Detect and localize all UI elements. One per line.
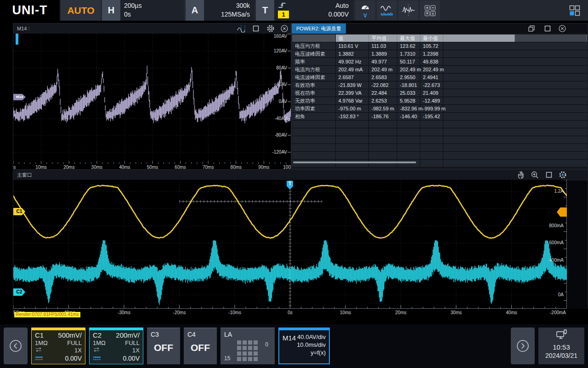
power-table-row[interactable]: 无效功率4.9768 Var2.62535.9528-12.489 <box>292 97 587 105</box>
la-name: LA <box>224 331 232 338</box>
c1-coupling-icon <box>35 347 42 354</box>
main-window: 主窗口 1.2A800mA600mA400mA0A T C1 C2 -50ms-… <box>13 169 588 317</box>
main-x-axis-labels: -50ms-40ms-30ms-20ms-10ms0s10ms20ms30ms4… <box>13 309 588 318</box>
maximize-icon[interactable] <box>252 24 261 33</box>
channel-c1-box[interactable]: C1 500mV/ 1MΩ FULL 1X 0.00V <box>31 328 85 364</box>
axis-label: 40AV <box>276 82 287 87</box>
horizontal-settings[interactable]: H 200µs 0s <box>102 0 184 21</box>
dvm-button[interactable]: V <box>355 0 375 20</box>
close-icon[interactable] <box>280 24 289 33</box>
m14-left-level-bar[interactable] <box>16 34 18 45</box>
axis-label: 1.2A <box>554 189 564 194</box>
c2-offset: 0.00V <box>123 355 140 362</box>
acquire-depth: 300k <box>208 1 250 10</box>
la-bit-grid <box>237 340 258 361</box>
power-table-empty-row[interactable] <box>292 136 587 144</box>
scroll-left-button[interactable] <box>4 328 28 364</box>
c2-impedance: 1MΩ <box>93 339 106 347</box>
c2-bandwidth: FULL <box>125 339 140 347</box>
logic-analyzer-box[interactable]: LA 0 15 <box>220 328 275 364</box>
system-clock-box[interactable]: 10:53 2024/03/21 <box>538 328 584 364</box>
power-table-row[interactable]: 频率49.902 Hz49.97750.11749.838 <box>292 58 587 66</box>
m14-window-header[interactable]: M14 : <box>13 23 291 34</box>
trigger-key: T <box>256 0 274 21</box>
axis-label: 0AV <box>279 99 287 104</box>
axis-label: 160AV <box>274 34 287 39</box>
display-layout-button[interactable] <box>565 0 584 20</box>
power-table-row[interactable]: 相角-192.83 °-186.76-146.40-195.42 <box>292 113 587 121</box>
main-window-header[interactable]: 主窗口 <box>13 170 588 180</box>
chevron-left-icon <box>9 339 23 353</box>
axis-label: -80AV <box>275 132 287 138</box>
close-icon[interactable] <box>558 24 567 33</box>
m14-function: y=f(x) <box>297 349 326 356</box>
c1-bw-icon <box>35 355 43 362</box>
run-mode-button[interactable]: AUTO <box>61 0 101 21</box>
horizontal-offset: 0s <box>124 10 179 19</box>
axis-label: -40AV <box>275 116 287 121</box>
brand-logo: UNI-T <box>0 0 60 21</box>
bottom-channel-bar: C1 500mV/ 1MΩ FULL 1X 0.00V C2 200mV/ <box>0 324 588 368</box>
acquire-key: A <box>186 0 204 21</box>
power-table-empty-row[interactable] <box>292 128 587 136</box>
channel-c2-box[interactable]: C2 200mV/ 1MΩ FULL 1X 0.00V <box>89 328 143 364</box>
power-table-empty-row[interactable] <box>292 121 587 128</box>
power-table-empty-row[interactable] <box>292 160 587 167</box>
c1-bandwidth: FULL <box>67 339 82 347</box>
power-table-empty-row[interactable] <box>292 144 587 152</box>
power-window: POWER2: 电源质量 值 平均值 最大值 最小值 电压均方根110.61 V… <box>291 23 588 170</box>
touch-gesture-icon[interactable] <box>516 171 526 179</box>
channel-c4-box[interactable]: C4 OFF <box>184 328 217 364</box>
cursor-measure-icon[interactable] <box>237 24 246 33</box>
channel-c3-box[interactable]: C3 OFF <box>147 328 180 364</box>
main-window-title: 主窗口 <box>17 170 32 180</box>
math-button[interactable] <box>420 0 440 20</box>
power-table-empty-row[interactable] <box>292 152 587 160</box>
render-fps-badge: Render:0707.91FPS/001.41ms <box>14 312 80 317</box>
settings-gear-icon[interactable] <box>266 24 276 33</box>
power-table-row[interactable]: 电流波峰因素2.65872.65832.95502.4941 <box>292 74 587 81</box>
axis-label: 0s <box>288 310 293 315</box>
axis-label: -10ms <box>228 310 241 315</box>
axis-label: -200mA <box>550 310 566 315</box>
maximize-icon[interactable] <box>545 171 554 179</box>
table-scrollbar[interactable] <box>293 161 416 163</box>
settings-gear-icon[interactable] <box>559 171 568 179</box>
power-table-row[interactable]: 有效功率-21.839 W-22.082-18.801-22.673 <box>292 81 587 89</box>
power-table-row[interactable]: 电压波峰因素1.38821.38891.73101.2398 <box>292 50 587 58</box>
la-low-count: 15 <box>224 355 230 362</box>
math-operators-icon <box>424 5 436 17</box>
screenshot-copy-icon[interactable] <box>527 24 537 33</box>
top-toolbar: UNI-T AUTO H 200µs 0s A 300k 125MSa/s T … <box>0 0 588 21</box>
zoom-in-icon[interactable] <box>531 171 540 179</box>
c3-name: C3 <box>151 331 159 338</box>
axis-label: 800mA <box>549 223 564 228</box>
acquire-settings[interactable]: A 300k 125MSa/s <box>186 0 254 21</box>
horizontal-scale: 200µs <box>124 1 179 10</box>
c1-probe: 1X <box>74 347 82 354</box>
acquire-rate: 125MSa/s <box>208 10 250 19</box>
clock-date: 2024/03/21 <box>538 351 584 360</box>
spectrum-icon <box>380 4 394 17</box>
power-table-row[interactable]: 电压均方根110.61 V111.03123.62105.72 <box>292 42 587 50</box>
power-window-tab[interactable]: POWER2: 电源质量 <box>292 23 346 34</box>
spectrum-button[interactable] <box>377 0 397 20</box>
gauge-icon <box>360 3 371 13</box>
c2-name: C2 <box>93 332 102 339</box>
power-table-row[interactable]: 电流均方根202.49 mA202.49 m202.49 m202.49 m <box>292 66 587 74</box>
waveform-analysis-button[interactable] <box>398 0 418 20</box>
dvm-v-label: V <box>363 13 367 18</box>
m14-tdiv: 10.0ms/div <box>297 341 326 349</box>
power-table-header: 值 平均值 最大值 最小值 <box>292 34 587 42</box>
horizontal-key: H <box>102 0 120 21</box>
power-table-row[interactable]: 功率因素-975.00 m-982.59 m-832.96 m-999.99 m <box>292 105 587 113</box>
la-high-count: 0 <box>265 341 268 348</box>
scroll-right-button[interactable] <box>511 328 535 364</box>
c1-impedance: 1MΩ <box>35 339 48 347</box>
power-table-row[interactable]: 视在功率22.399 VA22.48425.03321.409 <box>292 89 587 97</box>
c4-state: OFF <box>184 342 217 353</box>
math-m14-box[interactable]: M14 40.0AV/div 10.0ms/div y=f(x) <box>278 328 330 364</box>
maximize-icon[interactable] <box>543 24 553 33</box>
axis-label: 80AV <box>276 65 287 70</box>
trigger-settings[interactable]: T 1 Auto 0.000V <box>256 0 353 21</box>
